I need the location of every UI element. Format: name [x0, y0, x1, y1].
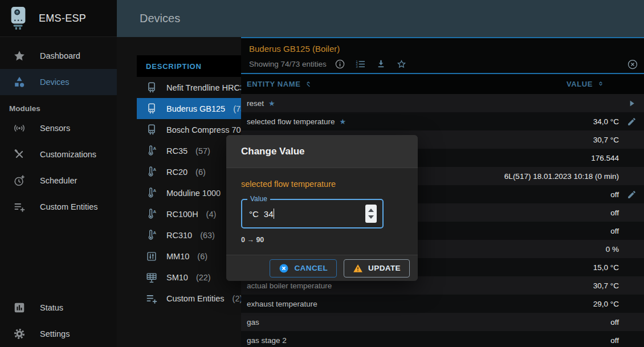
sidebar-item[interactable]: Status — [0, 295, 117, 321]
entity-value: 0 % — [606, 245, 619, 254]
sort-by-value[interactable]: VALUE — [566, 80, 605, 89]
device-entity-count: (57) — [195, 146, 210, 156]
list-numbered-icon[interactable]: 123 — [355, 59, 366, 70]
entity-name: gas stage 2 — [247, 336, 287, 345]
app-title: EMS-ESP — [39, 13, 86, 25]
edit-icon[interactable] — [619, 117, 644, 126]
entity-toolbar: 123 — [327, 59, 407, 70]
device-entity-count: (6) — [197, 252, 207, 261]
play-icon[interactable] — [619, 99, 644, 108]
info-icon[interactable] — [335, 59, 345, 70]
value-unit: °C — [249, 209, 259, 219]
app-logo-row: EMS-ESP — [0, 0, 117, 37]
category-icon — [13, 76, 26, 88]
stepper-down-icon[interactable] — [368, 215, 374, 219]
device-name: Bosch Compress 7000i — [166, 125, 252, 134]
thermostat-icon: A — [145, 187, 158, 199]
sidebar: EMS-ESP Dashboard Devices Modules Sensor… — [0, 0, 117, 347]
sensors-icon — [13, 122, 26, 134]
entity-name: exhaust temperature — [247, 300, 317, 308]
sidebar-item-label: Sensors — [40, 124, 70, 133]
entity-value: 29,0 °C — [593, 300, 619, 308]
dialog-actions: CANCEL UPDATE — [226, 255, 418, 281]
entity-value: off — [610, 336, 619, 345]
entity-table-header: ENTITY NAME VALUE — [241, 74, 644, 94]
sidebar-item[interactable]: Custom Entities — [0, 194, 117, 220]
entity-name: reset — [247, 99, 264, 108]
tools-icon — [13, 148, 26, 161]
stepper-up-icon[interactable] — [368, 209, 374, 212]
sidebar-item[interactable]: Settings — [0, 321, 117, 347]
entity-value: off — [610, 209, 619, 217]
sidebar-item[interactable]: Customizations — [0, 141, 117, 168]
entity-panel-header: Buderus GB125 (Boiler) Showing 74/73 ent… — [241, 38, 644, 74]
sidebar-bottom-nav: Status Settings — [0, 295, 117, 347]
sidebar-item[interactable]: Scheduler — [0, 168, 117, 194]
device-name: RC100H — [166, 210, 198, 219]
svg-text:A: A — [153, 230, 156, 235]
boiler-icon — [145, 81, 158, 94]
playlist-add-icon — [13, 201, 26, 213]
device-name: RC35 — [166, 146, 188, 156]
close-icon[interactable] — [627, 59, 638, 70]
text-caret — [274, 209, 275, 219]
table-row[interactable]: exhaust temperature ★ 29,0 °C — [241, 295, 644, 313]
download-icon[interactable] — [376, 59, 386, 70]
boiler-icon — [145, 124, 158, 136]
sidebar-item-label: Devices — [40, 77, 70, 87]
sort-icon — [304, 80, 313, 89]
entity-value: 30,7 °C — [593, 136, 619, 144]
device-name: MM10 — [166, 252, 189, 261]
entity-value: 6L(517) 18.01.2023 10:18 (0 min) — [504, 172, 619, 181]
sort-by-name[interactable]: ENTITY NAME — [247, 80, 313, 89]
warning-icon — [353, 263, 363, 273]
sort-icon — [596, 80, 605, 89]
update-button[interactable]: UPDATE — [344, 259, 410, 277]
sidebar-item-label: Status — [40, 303, 63, 312]
sidebar-item[interactable]: Devices — [0, 69, 117, 95]
entity-count-text: Showing 74/73 entities — [249, 60, 327, 68]
cancel-circle-icon — [279, 263, 289, 273]
dialog-entity-label: selected flow temperature — [241, 179, 403, 189]
table-row[interactable]: selected flow temperature ★ 34,0 °C — [241, 112, 644, 130]
svg-text:3: 3 — [356, 65, 357, 68]
table-row[interactable]: reset ★ — [241, 94, 644, 112]
entity-value: off — [610, 190, 619, 199]
device-entity-count: (4) — [206, 210, 217, 219]
entity-value: 15,0 °C — [593, 263, 619, 272]
top-app-bar: Devices — [117, 0, 644, 37]
cancel-button[interactable]: CANCEL — [270, 259, 337, 277]
device-name: Custom Entities — [166, 294, 225, 303]
playlist-add-icon — [145, 292, 158, 305]
dialog-title: Change Value — [241, 146, 304, 157]
sidebar-item[interactable]: Dashboard — [0, 43, 117, 69]
mixer-icon — [145, 250, 158, 263]
entity-value: 176.544 — [591, 154, 619, 162]
entity-name: actual boiler temperature — [247, 281, 332, 290]
sidebar-item-label: Settings — [40, 329, 70, 338]
edit-icon[interactable] — [619, 190, 644, 199]
entity-name: selected flow temperature — [247, 117, 335, 126]
device-name: RC310 — [166, 231, 192, 240]
change-value-dialog: Change Value selected flow temperature V… — [226, 135, 418, 281]
value-input[interactable]: Value °C 34 — [241, 199, 384, 228]
sidebar-item-label: Customizations — [40, 150, 96, 159]
sidebar-item-label: Scheduler — [40, 176, 77, 185]
solar-icon — [145, 271, 158, 284]
thermostat-icon: A — [145, 145, 158, 157]
table-row[interactable]: gas ★ off — [241, 313, 644, 331]
sidebar-modules-nav: Sensors Customizations Scheduler Custom … — [0, 115, 117, 220]
scheduler-icon — [13, 174, 26, 187]
device-entity-count: (22) — [196, 273, 211, 282]
thermostat-icon: A — [145, 229, 158, 242]
value-text: 34 — [264, 209, 274, 219]
page-title: Devices — [140, 12, 180, 25]
table-row[interactable]: gas stage 2 ★ off — [241, 331, 644, 347]
entity-value: off — [610, 227, 619, 235]
device-name: RC20 — [166, 168, 188, 177]
device-name: Buderus GB125 — [166, 104, 225, 113]
sidebar-item[interactable]: Sensors — [0, 115, 117, 141]
number-stepper[interactable] — [365, 205, 377, 223]
status-icon — [13, 301, 26, 314]
star-outline-icon[interactable] — [396, 59, 407, 70]
